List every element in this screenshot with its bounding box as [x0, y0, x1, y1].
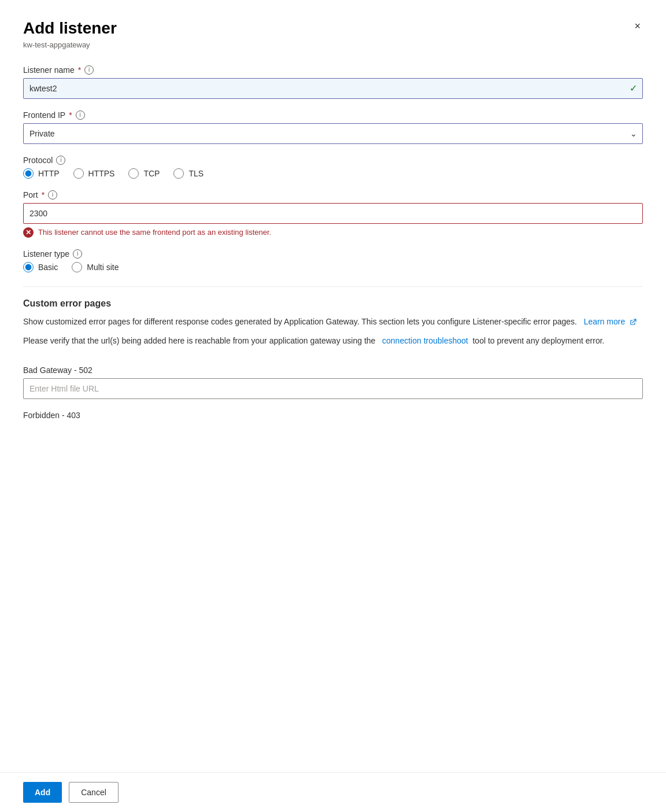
cancel-button[interactable]: Cancel [69, 782, 119, 803]
listener-name-group: Listener name * i ✓ [23, 65, 643, 99]
frontend-ip-label: Frontend IP * i [23, 110, 643, 120]
bad-gateway-input[interactable] [23, 378, 643, 399]
protocol-tcp-option[interactable]: TCP [128, 168, 160, 179]
listener-name-info-icon[interactable]: i [84, 65, 94, 75]
frontend-ip-group: Frontend IP * i Private Public ⌄ [23, 110, 643, 144]
bad-gateway-group: Bad Gateway - 502 [23, 366, 643, 399]
frontend-ip-select[interactable]: Private Public [23, 123, 643, 144]
protocol-tcp-radio[interactable] [128, 168, 139, 179]
protocol-group: Protocol i HTTP HTTPS TCP TLS [23, 156, 643, 179]
frontend-ip-info-icon[interactable]: i [76, 110, 85, 120]
custom-error-pages-description-1: Show customized error pages for differen… [23, 316, 643, 328]
listener-type-info-icon[interactable]: i [73, 249, 82, 259]
learn-more-link[interactable]: Learn more [582, 317, 637, 326]
protocol-radio-group: HTTP HTTPS TCP TLS [23, 168, 643, 179]
custom-error-pages-section: Custom error pages Show customized error… [23, 298, 643, 354]
listener-type-multisite-option[interactable]: Multi site [72, 262, 119, 272]
protocol-tcp-label: TCP [143, 169, 160, 178]
port-error-text: This listener cannot use the same fronte… [38, 228, 271, 237]
bottom-action-bar: Add Cancel [0, 772, 666, 812]
protocol-info-icon[interactable]: i [56, 156, 65, 165]
bad-gateway-label: Bad Gateway - 502 [23, 366, 643, 375]
custom-error-pages-description-2: Please verify that the url(s) being adde… [23, 335, 643, 347]
port-info-icon[interactable]: i [48, 190, 57, 200]
panel-subtitle: kw-test-appgateway [23, 40, 117, 49]
frontend-ip-select-wrapper: Private Public ⌄ [23, 123, 643, 144]
listener-type-basic-option[interactable]: Basic [23, 262, 58, 272]
spacer [23, 435, 643, 470]
port-group: Port * i ✕ This listener cannot use the … [23, 190, 643, 238]
forbidden-group: Forbidden - 403 [23, 411, 643, 423]
required-star-frontend: * [69, 110, 72, 120]
protocol-http-radio[interactable] [23, 168, 34, 179]
required-star-port: * [42, 190, 45, 200]
port-input[interactable] [23, 203, 643, 224]
protocol-http-option[interactable]: HTTP [23, 168, 60, 179]
protocol-http-label: HTTP [38, 169, 60, 178]
close-button[interactable]: × [632, 19, 643, 34]
listener-type-radio-group: Basic Multi site [23, 262, 643, 272]
add-button[interactable]: Add [23, 782, 62, 803]
listener-type-multisite-radio[interactable] [72, 262, 82, 272]
check-icon: ✓ [630, 83, 637, 94]
port-error-message: ✕ This listener cannot use the same fron… [23, 227, 643, 238]
listener-name-input-wrapper: ✓ [23, 78, 643, 99]
external-link-icon [630, 319, 637, 326]
listener-type-multisite-label: Multi site [87, 263, 119, 272]
title-block: Add listener kw-test-appgateway [23, 19, 117, 49]
protocol-tls-radio[interactable] [173, 168, 184, 179]
error-icon: ✕ [23, 227, 34, 238]
listener-type-basic-radio[interactable] [23, 262, 34, 272]
listener-name-input[interactable] [23, 78, 643, 99]
connection-troubleshoot-link[interactable]: connection troubleshoot [380, 336, 470, 345]
section-divider [23, 286, 643, 287]
protocol-tls-option[interactable]: TLS [173, 168, 204, 179]
port-input-wrapper [23, 203, 643, 224]
protocol-https-option[interactable]: HTTPS [73, 168, 115, 179]
panel-title: Add listener [23, 19, 117, 38]
add-listener-panel: Add listener kw-test-appgateway × Listen… [0, 0, 666, 812]
listener-type-basic-label: Basic [38, 263, 58, 272]
required-star: * [78, 65, 81, 75]
protocol-https-label: HTTPS [88, 169, 115, 178]
protocol-https-radio[interactable] [73, 168, 84, 179]
panel-header: Add listener kw-test-appgateway × [23, 19, 643, 49]
listener-type-group: Listener type i Basic Multi site [23, 249, 643, 272]
protocol-label: Protocol i [23, 156, 643, 165]
custom-error-pages-title: Custom error pages [23, 298, 643, 309]
protocol-tls-label: TLS [188, 169, 204, 178]
port-label: Port * i [23, 190, 643, 200]
listener-name-label: Listener name * i [23, 65, 643, 75]
listener-type-label: Listener type i [23, 249, 643, 259]
forbidden-label: Forbidden - 403 [23, 411, 643, 420]
